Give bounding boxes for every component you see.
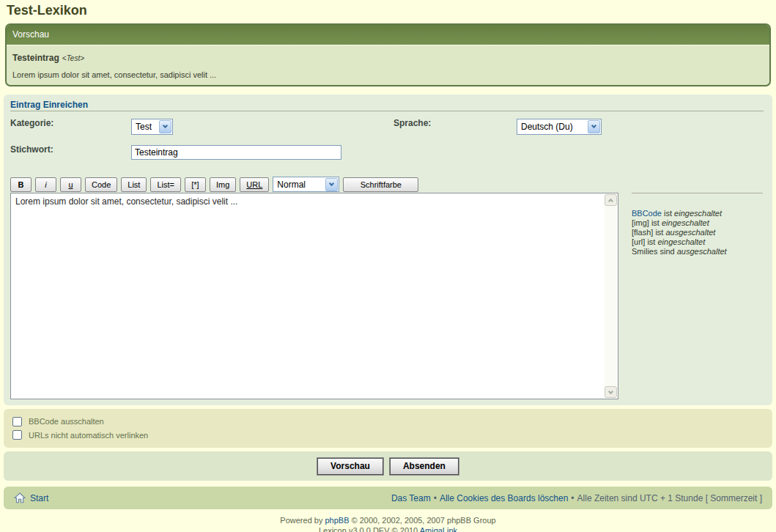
timezone-text: Alle Zeiten sind UTC + 1 Stunde [ Sommer… (577, 493, 762, 503)
list-button[interactable]: List (121, 177, 147, 192)
message-editor: Lorem ipsum dolor sit amet, consectetur,… (10, 193, 618, 399)
submit-button[interactable]: Absenden (390, 458, 459, 475)
amigalink-link[interactable]: AmigaLink (420, 526, 457, 532)
bbcode-toolbar: B i u Code List List= [*] Img URL Normal… (10, 177, 418, 192)
page-title: Test-Lexikon (7, 3, 776, 18)
footer-separator: • (571, 493, 574, 503)
footer-separator: • (434, 493, 437, 503)
kategorie-select-value: Test (136, 122, 156, 132)
preview-panel-header: Vorschau (7, 25, 769, 45)
chevron-down-icon (159, 120, 171, 133)
sprache-select-value: Deutsch (Du) (521, 122, 585, 132)
url-button[interactable]: URL (240, 177, 269, 192)
footer-bar: Start Das Team•Alle Cookies des Boards l… (4, 487, 772, 509)
bbcode-faq-link[interactable]: BBCode (632, 209, 662, 218)
kategorie-select[interactable]: Test (131, 119, 173, 135)
bbcode-status-line: [url] ist eingeschaltet (632, 237, 727, 247)
bbcode-status-line: [flash] ist ausgeschaltet (632, 228, 727, 237)
bbcode-off-label: BBCode ausschalten (29, 417, 104, 426)
preview-entry-text: Lorem ipsum dolor sit amet, consectetur,… (12, 70, 764, 79)
home-icon (14, 492, 26, 503)
start-link[interactable]: Start (30, 493, 48, 503)
status-divider (632, 193, 763, 193)
form-heading: Eintrag Einreichen (10, 100, 88, 110)
bbcode-status-line: [img] ist eingeschaltet (632, 218, 727, 228)
sprache-label: Sprache: (393, 118, 431, 128)
stichwort-label: Stichwort: (10, 144, 53, 155)
preview-entry-category: <Test> (62, 54, 84, 62)
delete-cookies-link[interactable]: Alle Cookies des Boards löschen (440, 493, 568, 503)
scroll-down-icon[interactable] (605, 386, 617, 398)
submit-panel: Vorschau Absenden (4, 451, 772, 481)
code-button[interactable]: Code (85, 177, 117, 192)
textarea-scrollbar[interactable] (605, 194, 617, 398)
underline-button[interactable]: u (60, 177, 81, 192)
phpbb-link[interactable]: phpBB (325, 516, 349, 525)
urls-nolink-checkbox[interactable] (12, 430, 22, 440)
bbcode-status-list: BBCode ist eingeschaltet [img] ist einge… (632, 209, 727, 256)
chevron-down-icon (325, 178, 338, 191)
option-row-bbcode: BBCode ausschalten (12, 417, 764, 426)
preview-entry-title: Testeintrag (12, 53, 59, 63)
entry-form-panel: Eintrag Einreichen Kategorie: Test Sprac… (4, 95, 772, 405)
credits: Powered by phpBB © 2000, 2002, 2005, 200… (0, 515, 776, 532)
preview-entry-heading: Testeintrag<Test> (12, 51, 764, 64)
stichwort-input[interactable] (131, 145, 341, 160)
powered-by-line: Powered by phpBB © 2000, 2002, 2005, 200… (0, 515, 776, 525)
team-link[interactable]: Das Team (391, 493, 431, 503)
sprache-select[interactable]: Deutsch (Du) (517, 119, 602, 135)
bbcode-status-line: BBCode ist eingeschaltet (632, 209, 727, 218)
preview-button[interactable]: Vorschau (317, 458, 383, 475)
urls-nolink-label: URLs nicht automatisch verlinken (29, 431, 148, 440)
fontsize-select[interactable]: Normal (273, 177, 339, 192)
bold-button[interactable]: B (10, 177, 32, 192)
preview-panel: Vorschau Testeintrag<Test> Lorem ipsum d… (5, 23, 771, 86)
italic-button[interactable]: i (35, 177, 56, 192)
options-panel: BBCode ausschalten URLs nicht automatisc… (4, 409, 772, 448)
list-item-button[interactable]: [*] (185, 177, 206, 192)
chevron-down-icon (588, 120, 600, 133)
footer-right: Das Team•Alle Cookies des Boards löschen… (391, 493, 762, 503)
bbcode-status-line: Smilies sind ausgeschaltet (632, 247, 727, 256)
img-button[interactable]: Img (210, 177, 236, 192)
kategorie-label: Kategorie: (10, 118, 53, 128)
message-textarea[interactable]: Lorem ipsum dolor sit amet, consectetur,… (11, 193, 618, 399)
form-heading-divider (10, 111, 764, 111)
bbcode-off-checkbox[interactable] (12, 417, 22, 426)
preview-panel-body: Testeintrag<Test> Lorem ipsum dolor sit … (7, 45, 769, 84)
footer-left: Start (14, 492, 48, 503)
option-row-urls: URLs nicht automatisch verlinken (12, 430, 764, 440)
fontsize-select-value: Normal (277, 180, 322, 190)
lexicon-line: Lexicon v3.0.0 DEV © 2010 AmigaLink (0, 525, 776, 532)
fontcolor-button[interactable]: Schriftfarbe (343, 177, 418, 192)
ordered-list-button[interactable]: List= (150, 177, 181, 192)
scroll-up-icon[interactable] (605, 194, 617, 206)
